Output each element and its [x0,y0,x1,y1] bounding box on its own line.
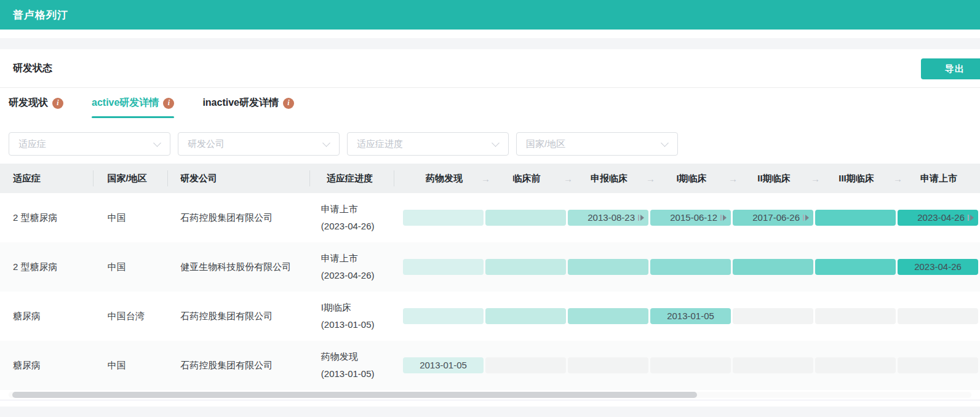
stage-column-label: 申请上市 [920,173,957,185]
stage-bar[interactable]: 2017-06-26 [733,210,813,226]
expand-trials-icon[interactable] [803,215,809,221]
stage-slot [815,210,898,226]
card-header: 研发状态 导出 [0,49,980,88]
stage-bar[interactable]: 2013-01-05 [650,308,731,324]
stage-slot [898,357,980,373]
cell-region: 中国台湾 [94,311,169,322]
scrollbar-thumb[interactable] [12,392,697,398]
stage-date: 2013-01-05 [667,308,714,324]
tab-inactive-detail[interactable]: inactive研发详情i [202,88,294,118]
filter-select-1[interactable]: 适应症 [9,132,170,156]
section-title: 研发状态 [13,62,52,75]
stage-slot: 2023-04-26 [898,210,980,226]
progress-stage-text: 申请上市 [321,250,394,267]
stage-column-label: 申报临床 [591,173,627,185]
stage-column-label: 临床前 [512,173,540,185]
horizontal-scrollbar [0,390,980,400]
table-header-row: 适应症国家/地区研发公司适应症进度药物发现→临床前→申报临床→I期临床→II期临… [0,164,980,193]
tab-label: inactive研发详情 [202,97,279,109]
stage-bar-empty [733,357,813,373]
stage-bar[interactable]: 2023-04-26 [898,210,978,226]
progress-stage-text: 药物发现 [321,348,394,365]
expand-trials-icon[interactable] [720,215,727,221]
stage-bar-empty [815,308,896,324]
stage-column-header: 药物发现→ [403,164,485,193]
table-body: 2 型糖尿病中国石药控股集团有限公司申请上市(2023-04-26)2013-0… [0,193,980,390]
stage-slot [568,357,650,373]
expand-trials-icon[interactable] [968,215,974,221]
table-row: 2 型糖尿病中国石药控股集团有限公司申请上市(2023-04-26)2013-0… [0,193,980,242]
stage-bar-empty [898,357,978,373]
stage-slot [815,357,898,373]
select-placeholder: 适应症 [18,138,46,150]
stage-bar[interactable]: 2013-01-05 [403,357,484,373]
cell-region: 中国 [94,360,169,371]
stage-slot [568,259,650,275]
expand-icon-triangle [640,215,644,221]
page-background-strip [0,38,980,49]
cell-progress: 申请上市(2023-04-26) [311,250,394,284]
stage-bar [403,259,484,275]
stage-slot [733,357,815,373]
tab-rd-overview[interactable]: 研发现状i [9,88,63,118]
stage-bar[interactable]: 2015-06-12 [650,210,731,226]
info-icon[interactable]: i [163,98,174,109]
stage-bar[interactable]: 2023-04-26 [898,259,978,275]
stage-column-header: I期临床→ [650,164,733,193]
stage-bar [485,259,566,275]
tab-label: 研发现状 [9,97,48,109]
stage-bar [403,210,484,226]
stage-cell-group: 2023-04-26 [394,259,980,275]
page-background-strip [0,407,980,417]
expand-icon-stem [720,215,722,221]
table-row: 2 型糖尿病中国健亚生物科技股份有限公司申请上市(2023-04-26)2023… [0,242,980,292]
stage-bar-empty [733,308,813,324]
select-placeholder: 适应症进度 [357,138,403,150]
stage-bar [485,308,566,324]
stage-bar [815,210,896,226]
expand-trials-icon[interactable] [638,215,644,221]
cell-company: 石药控股集团有限公司 [168,212,311,224]
info-icon[interactable]: i [52,98,63,109]
stage-bar [733,259,813,275]
stage-bar [568,308,648,324]
cell-region: 中国 [94,261,169,273]
cell-progress: 申请上市(2023-04-26) [311,201,394,235]
stage-slot [485,357,568,373]
stage-slot [815,259,898,275]
stage-slot [403,308,485,324]
page-gap [0,30,980,38]
info-icon[interactable]: i [283,98,294,109]
stage-slot [650,259,733,275]
stage-slot: 2023-04-26 [898,259,980,275]
tab-active-detail[interactable]: active研发详情i [92,88,174,118]
page-title: 普卢格列汀 [13,8,68,22]
stage-header-group: 药物发现→临床前→申报临床→I期临床→II期临床→III期临床→申请上市 [394,164,980,193]
chevron-down-icon [322,139,330,147]
cell-company: 石药控股集团有限公司 [168,311,311,322]
progress-date-text: (2013-01-05) [321,365,394,383]
column-header: 研发公司 [168,164,310,193]
stage-slot [898,308,980,324]
cell-progress: I期临床(2013-01-05) [311,299,394,333]
stage-date: 2023-04-26 [914,259,962,275]
column-header: 国家/地区 [94,164,167,193]
tab-label: active研发详情 [92,97,159,109]
stage-slot: 2013-01-05 [650,308,733,324]
filter-select-3[interactable]: 适应症进度 [347,132,509,156]
stage-slot: 2015-06-12 [650,210,733,226]
chevron-down-icon [153,139,161,147]
cell-indication: 2 型糖尿病 [0,261,94,273]
stage-date: 2023-04-26 [917,210,965,226]
stage-bar [403,308,484,324]
export-button[interactable]: 导出 [921,58,980,79]
expand-icon-stem [803,215,804,221]
cell-region: 中国 [94,212,169,224]
stage-bar[interactable]: 2013-08-23 [568,210,648,226]
filter-select-4[interactable]: 国家/地区 [516,132,678,156]
stage-bar-empty [815,357,896,373]
progress-date-text: (2013-01-05) [321,316,394,333]
expand-icon-stem [968,215,969,221]
expand-icon-stem [638,215,639,221]
filter-select-2[interactable]: 研发公司 [178,132,340,156]
